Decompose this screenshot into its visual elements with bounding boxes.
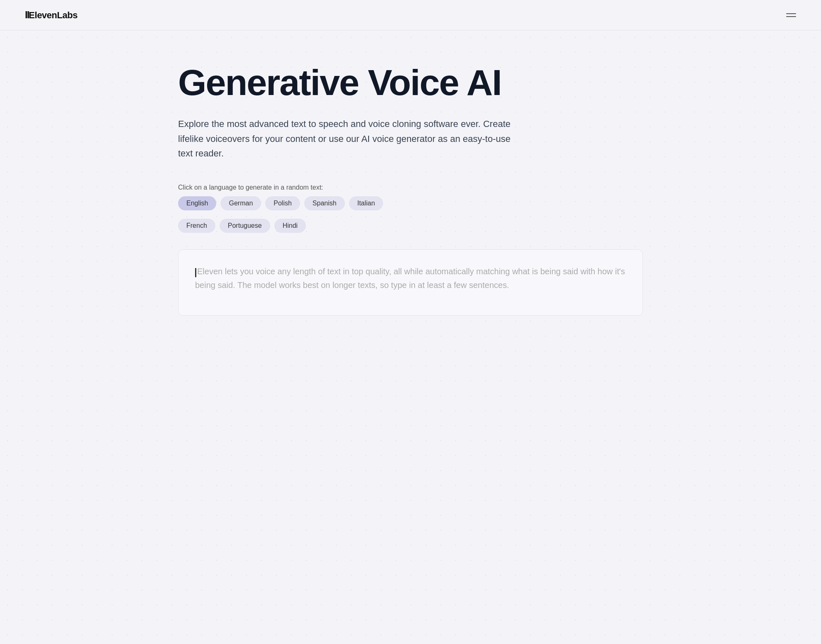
site-logo[interactable]: IIElevenLabs xyxy=(25,9,78,21)
language-tag-polish[interactable]: Polish xyxy=(265,196,300,210)
language-tag-spanish[interactable]: Spanish xyxy=(304,196,345,210)
text-cursor xyxy=(195,268,196,277)
language-tag-german[interactable]: German xyxy=(220,196,261,210)
main-content: Generative Voice AI Explore the most adv… xyxy=(153,30,668,341)
navbar: IIElevenLabs xyxy=(0,0,821,30)
text-input-area[interactable]: Eleven lets you voice any length of text… xyxy=(178,249,643,316)
language-tag-english[interactable]: English xyxy=(178,196,216,210)
text-input-placeholder: Eleven lets you voice any length of text… xyxy=(195,267,625,290)
hamburger-menu-button[interactable] xyxy=(786,13,796,17)
hero-subtitle: Explore the most advanced text to speech… xyxy=(178,117,518,161)
language-tags-container: EnglishGermanPolishSpanishItalianFrenchP… xyxy=(178,196,643,233)
language-selector: Click on a language to generate in a ran… xyxy=(178,184,643,233)
hamburger-line-2 xyxy=(786,16,796,17)
language-prompt-text: Click on a language to generate in a ran… xyxy=(178,184,323,191)
hero-title: Generative Voice AI xyxy=(178,63,552,102)
hamburger-line-1 xyxy=(786,13,796,14)
language-tag-portuguese[interactable]: Portuguese xyxy=(220,219,270,233)
logo-bars-icon: II xyxy=(25,9,29,20)
logo-text: ElevenLabs xyxy=(29,10,77,20)
language-selector-row-1: Click on a language to generate in a ran… xyxy=(178,184,643,191)
language-tag-italian[interactable]: Italian xyxy=(349,196,384,210)
language-tag-french[interactable]: French xyxy=(178,219,215,233)
language-tag-hindi[interactable]: Hindi xyxy=(274,219,306,233)
